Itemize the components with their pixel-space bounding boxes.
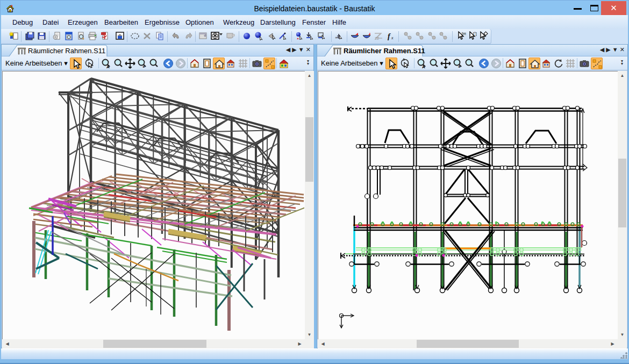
- svg-text:f: f: [388, 32, 391, 40]
- svg-text:[°]: [°]: [473, 32, 477, 36]
- svg-text:Z2: Z2: [375, 37, 379, 40]
- svg-text:+: +: [142, 65, 145, 69]
- svg-text:+: +: [458, 65, 461, 69]
- svg-text:x: x: [391, 35, 394, 40]
- svg-text:A: A: [422, 65, 425, 69]
- svg-text:A: A: [106, 65, 110, 69]
- svg-text:[m]: [m]: [462, 32, 466, 36]
